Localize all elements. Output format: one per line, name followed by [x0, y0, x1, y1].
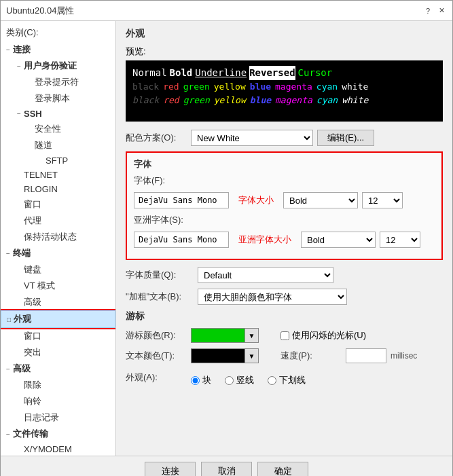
- flash-label[interactable]: 使用闪烁的光标(U): [292, 329, 366, 342]
- sidebar-item-xymodem[interactable]: X/YMODEM: [1, 442, 115, 456]
- preview-line2b: black red green yellow blue magenta cyan…: [132, 94, 436, 107]
- sidebar-item-anquan[interactable]: 安全性: [1, 121, 115, 137]
- sidebar-item-label: 代理: [24, 215, 41, 227]
- sidebar-item-lian-jie[interactable]: − 连接: [1, 41, 115, 58]
- sidebar-item-xianche[interactable]: 限除: [1, 377, 115, 393]
- asian-name-box[interactable]: DejaVu Sans Mono: [134, 232, 229, 248]
- sidebar-item-waiguan[interactable]: □ 外观: [1, 310, 115, 328]
- preview-bold: Bold: [170, 66, 193, 80]
- sidebar-item-sftp[interactable]: SFTP: [1, 153, 115, 168]
- main-window: Ubuntu20.04属性 ? ✕ 类别(C): − 连接 − 用户身份验证: [0, 0, 453, 476]
- cancel-button[interactable]: 取消: [201, 462, 252, 476]
- speed-input[interactable]: [346, 348, 386, 363]
- help-button[interactable]: ?: [422, 5, 433, 16]
- text-color-label: 文本颜色(T):: [126, 350, 187, 362]
- sidebar-item-rlogin[interactable]: RLOGIN: [1, 182, 115, 196]
- preview-box: Normal Bold Underline Reversed Cursor bl…: [126, 60, 443, 122]
- scheme-select[interactable]: New White: [191, 130, 313, 146]
- close-button[interactable]: ✕: [436, 5, 447, 16]
- radio-underline[interactable]: 下划线: [268, 374, 306, 386]
- sidebar-item-daili[interactable]: 代理: [1, 213, 115, 229]
- font-label: 字体(F):: [134, 175, 195, 187]
- sidebar-item-yonghu[interactable]: − 用户身份验证: [1, 58, 115, 74]
- radio-line-input[interactable]: [225, 376, 234, 385]
- sidebar: 类别(C): − 连接 − 用户身份验证 登录提示符: [1, 21, 116, 456]
- prev-magenta2: magenta: [275, 94, 312, 107]
- sidebar-item-label: 终端: [13, 247, 31, 259]
- font-size-select[interactable]: 12: [362, 192, 403, 208]
- ok-button[interactable]: 确定: [257, 462, 308, 476]
- radio-block-input[interactable]: [191, 376, 200, 385]
- edit-button[interactable]: 编辑(E)...: [317, 130, 374, 146]
- sidebar-item-suidao[interactable]: 隧道: [1, 137, 115, 153]
- sidebar-item-jianpan[interactable]: 键盘: [1, 261, 115, 278]
- preview-line2a: black red green yellow blue magenta cyan…: [132, 80, 436, 94]
- expand-icon: −: [3, 46, 13, 54]
- section-title: 外观: [126, 28, 443, 40]
- sidebar-item-telnet[interactable]: TELNET: [1, 168, 115, 182]
- radio-line[interactable]: 竖线: [225, 374, 254, 386]
- asian-name-row: DejaVu Sans Mono 亚洲字体大小 Bold 12: [134, 232, 435, 248]
- cursor-color-dropdown[interactable]: ▼: [245, 328, 259, 343]
- preview-reversed: Reversed: [249, 66, 295, 80]
- sidebar-item-label: 日志记录: [24, 411, 59, 424]
- main-panel: 外观 预览: Normal Bold Underline Reversed Cu…: [116, 21, 452, 456]
- font-name-row: DejaVu Sans Mono 字体大小 Bold 12: [134, 192, 435, 208]
- sidebar-item-gaoji2[interactable]: 高级: [1, 294, 115, 310]
- sidebar-item-zhongduan[interactable]: − 终端: [1, 245, 115, 261]
- sidebar-item-chuangkou[interactable]: 窗口: [1, 196, 115, 213]
- text-color-dropdown[interactable]: ▼: [245, 348, 259, 363]
- preview-label: 预览:: [126, 45, 443, 58]
- sidebar-item-wenjian[interactable]: − 文件传输: [1, 426, 115, 442]
- sidebar-item-label: 键盘: [24, 263, 41, 276]
- text-color-box[interactable]: [191, 348, 245, 363]
- prev-blue: blue: [250, 80, 271, 94]
- bold-label: "加粗"文本(B):: [126, 291, 194, 303]
- sidebar-item-rizhi[interactable]: 日志记录: [1, 409, 115, 426]
- font-name-box[interactable]: DejaVu Sans Mono: [134, 192, 229, 208]
- sidebar-item-label: 突出: [24, 346, 41, 359]
- radio-block-label: 块: [202, 374, 211, 386]
- cursor-color-box[interactable]: [191, 328, 245, 343]
- sidebar-item-baochi[interactable]: 保持活动状态: [1, 229, 115, 245]
- sidebar-item-label: 外观: [14, 313, 31, 325]
- appearance-row: 外观(A): 块 竖线 下划线: [126, 369, 443, 386]
- sidebar-item-label: SSH: [24, 109, 42, 119]
- radio-block[interactable]: 块: [191, 374, 211, 386]
- prev-yellow: yellow: [214, 80, 246, 94]
- millisec-label: millisec: [391, 351, 417, 361]
- asian-size-select[interactable]: 12: [380, 232, 420, 248]
- bold-select[interactable]: 使用大胆的颜色和字体: [198, 289, 347, 305]
- cursor-section: 游标 游标颜色(R): ▼ 使用闪烁的光标(U) 文本颜: [126, 310, 443, 386]
- scheme-label: 配色方案(O):: [126, 132, 187, 144]
- sidebar-item-denglu-jiao[interactable]: 登录脚本: [1, 90, 115, 107]
- asian-label: 亚洲字体(S):: [134, 214, 195, 226]
- asian-style-select[interactable]: Bold: [301, 232, 376, 248]
- sidebar-item-gaoji3[interactable]: − 高级: [1, 361, 115, 377]
- radio-line-label: 竖线: [236, 374, 254, 386]
- expand-icon: −: [14, 62, 24, 70]
- sidebar-item-tuchu[interactable]: 突出: [1, 344, 115, 361]
- sidebar-item-denglu-tishi[interactable]: 登录提示符: [1, 74, 115, 90]
- sidebar-item-label: 窗口: [24, 198, 41, 210]
- quality-select[interactable]: Default: [198, 267, 333, 283]
- sidebar-item-xiangling[interactable]: 响铃: [1, 393, 115, 409]
- expand-icon: −: [3, 431, 13, 438]
- sidebar-item-chuangkou2[interactable]: 窗口: [1, 328, 115, 344]
- prev-yellow2: yellow: [214, 94, 246, 107]
- titlebar-buttons: ? ✕: [422, 5, 447, 16]
- font-style-select[interactable]: Bold: [283, 192, 358, 208]
- prev-red2: red: [163, 94, 179, 107]
- sidebar-item-label: VT 模式: [24, 280, 55, 292]
- radio-underline-label: 下划线: [279, 374, 306, 386]
- font-name: DejaVu Sans Mono: [139, 196, 217, 205]
- scheme-row: 配色方案(O): New White 编辑(E)...: [126, 130, 443, 146]
- quality-label: 字体质量(Q):: [126, 269, 194, 281]
- sidebar-item-vt[interactable]: VT 模式: [1, 278, 115, 294]
- radio-underline-input[interactable]: [268, 376, 276, 385]
- sidebar-item-ssh[interactable]: − SSH: [1, 107, 115, 121]
- bottom-bar: 连接 取消 确定: [1, 456, 452, 476]
- flash-checkbox[interactable]: [280, 331, 289, 340]
- connect-button[interactable]: 连接: [145, 462, 196, 476]
- appearance-label: 外观(A):: [126, 371, 187, 384]
